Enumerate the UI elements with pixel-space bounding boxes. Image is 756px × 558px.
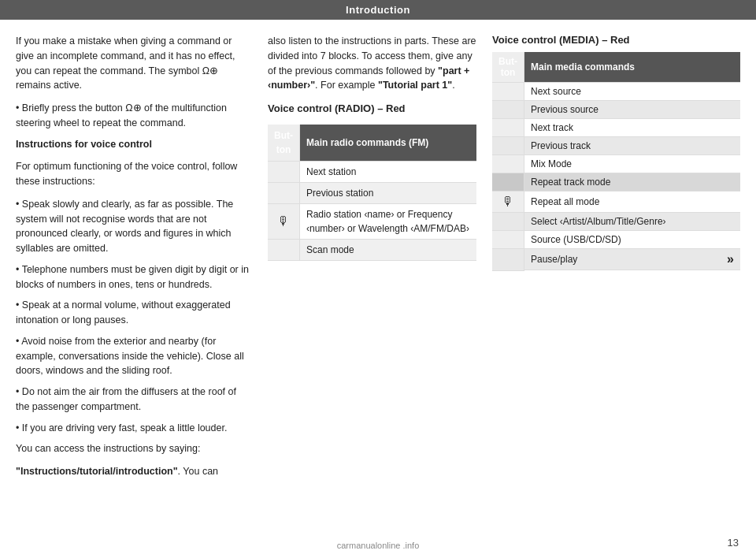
- left-bullet1: Briefly press the button Ω⊕ of the multi…: [16, 101, 252, 131]
- mic-icon: 🎙: [277, 214, 290, 228]
- btn-col-m10: [492, 249, 524, 271]
- table-row: Previous station: [268, 182, 476, 203]
- btn-col-m4: [492, 137, 524, 155]
- page-header: Introduction: [0, 0, 756, 20]
- table-row: Previous track: [492, 137, 740, 155]
- media-header-btn: But-ton: [492, 52, 524, 83]
- left-para3: You can access the instructions by sayin…: [16, 441, 252, 456]
- middle-para1: also listen to the instructions in parts…: [268, 34, 476, 93]
- btn-col-m8: [492, 213, 524, 231]
- btn-col-m1: [492, 83, 524, 101]
- next-arrow-icon: »: [727, 252, 734, 266]
- instructions-bold: "Instructions/tutorial/introduction": [16, 466, 178, 477]
- media-header-cmd: Main media commands: [524, 52, 741, 83]
- radio-header-cmd: Main radio commands (FM): [300, 125, 477, 162]
- cmd-prev-source: Previous source: [524, 101, 741, 119]
- left-para2: For optimum functioning of the voice con…: [16, 159, 252, 189]
- header-title: Introduction: [346, 4, 410, 16]
- page-container: Introduction If you make a mistake when …: [0, 0, 756, 558]
- media-control-title: Voice control (MEDIA) – Red: [492, 34, 740, 46]
- cmd-prev-station: Previous station: [300, 182, 477, 203]
- btn-col-4: [268, 239, 300, 260]
- left-bullet3: Telephone numbers must be given digit by…: [16, 262, 252, 292]
- media-commands-table: But-ton Main media commands Next source …: [492, 52, 740, 271]
- mic-icon-media: 🎙: [502, 195, 514, 208]
- cmd-next-station: Next station: [300, 161, 477, 182]
- table-row: Next track: [492, 119, 740, 137]
- btn-col-m2: [492, 101, 524, 119]
- right-column: Voice control (MEDIA) – Red But-ton Main…: [492, 34, 740, 550]
- radio-header-btn: But-ton: [268, 125, 300, 162]
- cmd-repeat-all: Repeat all mode: [524, 192, 741, 213]
- left-bullet6: Do not aim the air from the diffusers at…: [16, 385, 252, 415]
- table-row: Select ‹Artist/Album/Title/Genre›: [492, 213, 740, 231]
- table-row: Previous source: [492, 101, 740, 119]
- instructions-title: Instructions for voice control: [16, 137, 252, 152]
- left-bullet4: Speak at a normal volume, without exagge…: [16, 298, 252, 328]
- watermark: carmanualonline .info: [337, 541, 420, 550]
- table-row: 🎙 Repeat all mode: [492, 192, 740, 213]
- watermark-text: carmanualonline .info: [337, 541, 420, 550]
- btn-col-m9: [492, 231, 524, 249]
- page-number: 13: [728, 537, 739, 549]
- radio-table-header-row: But-ton Main radio commands (FM): [268, 125, 476, 162]
- btn-col-2: [268, 182, 300, 203]
- radio-commands-table: But-ton Main radio commands (FM) Next st…: [268, 125, 476, 261]
- cmd-scan-mode: Scan mode: [300, 239, 477, 260]
- table-row: Next station: [268, 161, 476, 182]
- cmd-repeat-track: Repeat track mode: [524, 173, 741, 192]
- middle-column: also listen to the instructions in parts…: [268, 34, 476, 550]
- cmd-next-source: Next source: [524, 83, 741, 101]
- content-area: If you make a mistake when giving a comm…: [0, 20, 756, 558]
- btn-col-m5: [492, 155, 524, 173]
- table-row: Scan mode: [268, 239, 476, 260]
- table-row: Next source: [492, 83, 740, 101]
- cmd-next-track: Next track: [524, 119, 741, 137]
- radio-control-title: Voice control (RADIO) – Red: [268, 101, 476, 117]
- left-bullet7: If you are driving very fast, speak a li…: [16, 421, 252, 436]
- table-row: Pause/play »: [492, 249, 740, 271]
- cmd-radio-station: Radio station ‹name› or Frequency ‹numbe…: [300, 203, 477, 239]
- cmd-source: Source (USB/CD/SD): [524, 231, 741, 249]
- cmd-prev-track: Previous track: [524, 137, 741, 155]
- btn-col-m7-icon: 🎙: [492, 192, 524, 213]
- cmd-pause-play: Pause/play »: [524, 249, 740, 270]
- table-row: 🎙 Radio station ‹name› or Frequency ‹num…: [268, 203, 476, 239]
- btn-col-m6: [492, 173, 524, 192]
- cmd-mix-mode: Mix Mode: [524, 155, 741, 173]
- left-bullet5: Avoid noise from the exterior and nearby…: [16, 334, 252, 378]
- table-row: Source (USB/CD/SD): [492, 231, 740, 249]
- cmd-select-artist: Select ‹Artist/Album/Title/Genre›: [524, 213, 741, 231]
- btn-col-icon: 🎙: [268, 203, 300, 239]
- left-para1: If you make a mistake when giving a comm…: [16, 34, 252, 93]
- left-para3b: "Instructions/tutorial/introduction". Yo…: [16, 464, 252, 479]
- left-bullet2: Speak slowly and clearly, as far as poss…: [16, 197, 252, 256]
- media-table-header-row: But-ton Main media commands: [492, 52, 740, 83]
- left-column: If you make a mistake when giving a comm…: [16, 34, 252, 550]
- table-row: Repeat track mode: [492, 173, 740, 192]
- btn-col-1: [268, 161, 300, 182]
- table-row: Mix Mode: [492, 155, 740, 173]
- btn-col-m3: [492, 119, 524, 137]
